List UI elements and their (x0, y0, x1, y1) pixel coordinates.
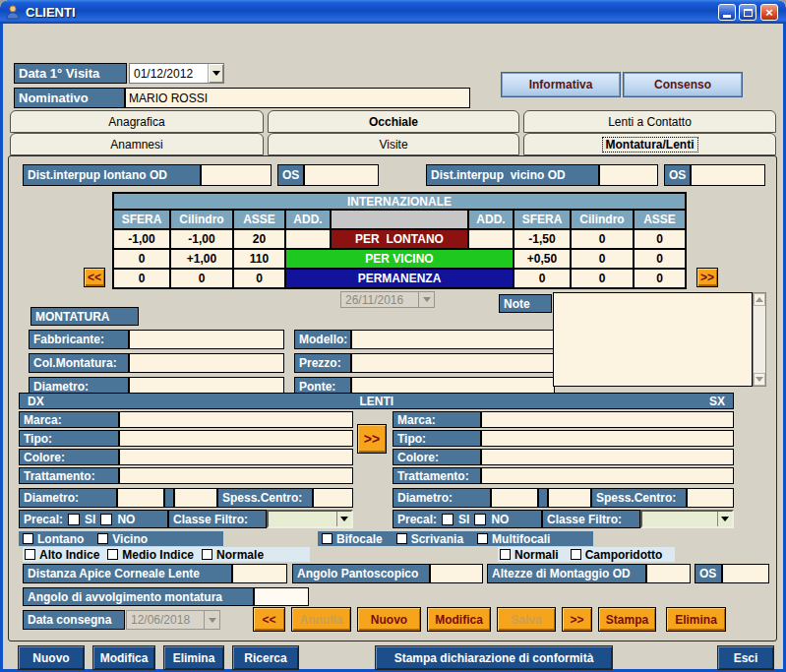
nuovo-record-button[interactable]: Nuovo (357, 607, 421, 632)
consenso-button[interactable]: Consenso (624, 73, 742, 96)
close-button[interactable]: × (760, 4, 778, 21)
scroll-up-button[interactable] (754, 293, 765, 306)
rx-cell[interactable]: 0 (635, 270, 685, 287)
rx-cell[interactable]: 0 (234, 270, 284, 287)
rx-cell[interactable]: -1,00 (171, 230, 232, 248)
angolo-avvolgimento-field[interactable] (254, 587, 309, 606)
nuovo-button[interactable]: Nuovo (18, 645, 85, 670)
annulla-button[interactable]: Annulla (291, 607, 351, 632)
precal-no-dx-checkbox[interactable] (100, 514, 112, 525)
trattamento-dx-field[interactable] (119, 467, 353, 484)
rx-cell[interactable]: 0 (572, 270, 633, 287)
rx-cell[interactable]: 0 (114, 250, 169, 268)
elimina-button[interactable]: Elimina (163, 645, 224, 670)
camporidotto-checkbox[interactable] (571, 549, 581, 560)
rx-cell[interactable]: +0,50 (514, 250, 570, 268)
rx-cell[interactable]: 0 (171, 270, 232, 287)
rx-cell[interactable]: 0 (572, 250, 633, 268)
vicino-checkbox[interactable] (97, 533, 108, 544)
trattamento-sx-field[interactable] (481, 467, 734, 484)
maximize-button[interactable] (739, 4, 756, 21)
tab-visite[interactable]: Visite (268, 133, 519, 155)
classe-filtro-sx-select[interactable] (640, 510, 734, 528)
altezze-od-field[interactable] (646, 564, 691, 583)
distanza-apice-field[interactable] (232, 564, 287, 583)
marca-sx-field[interactable] (481, 411, 734, 428)
rx-cell[interactable]: 0 (114, 270, 169, 287)
rx-cell[interactable]: 0 (514, 270, 570, 287)
modifica-record-button[interactable]: Modifica (427, 607, 491, 632)
tab-anamnesi[interactable]: Anamnesi (10, 133, 264, 155)
prescription-date-select[interactable]: 26/11/2016 (340, 291, 435, 308)
rx-cell[interactable]: +1,00 (171, 250, 232, 268)
lontano-checkbox[interactable] (23, 533, 33, 544)
informativa-button[interactable]: Informativa (502, 73, 620, 96)
rx-cell[interactable]: -1,50 (514, 230, 570, 248)
tab-anagrafica[interactable]: Anagrafica (10, 110, 264, 133)
scroll-down-button[interactable] (754, 373, 765, 386)
esci-button[interactable]: Esci (717, 645, 774, 670)
precal-no-sx-checkbox[interactable] (474, 514, 486, 525)
tab-occhiale[interactable]: Occhiale (268, 110, 519, 133)
elimina-record-button[interactable]: Elimina (666, 607, 726, 632)
spess-centro-dx-field[interactable] (313, 488, 353, 508)
note-scrollbar[interactable] (753, 292, 766, 387)
data-prima-visita-select[interactable]: 01/12/2012 (129, 63, 224, 84)
diametro-dx-field1[interactable] (117, 488, 164, 508)
colore-sx-field[interactable] (481, 449, 734, 465)
rx-cell[interactable]: 0 (635, 230, 685, 248)
diametro-sx-field2[interactable] (548, 488, 591, 508)
colore-dx-field[interactable] (119, 449, 353, 465)
rx-cell[interactable]: 0 (572, 230, 633, 248)
normali-checkbox[interactable] (500, 549, 511, 560)
tab-montatura-lenti[interactable]: Montatura/Lenti (523, 133, 776, 155)
dist-interpup-lontano-os-field[interactable] (304, 164, 379, 186)
classe-filtro-dx-select[interactable] (267, 510, 353, 528)
rx-cell[interactable]: -1,00 (114, 230, 169, 248)
dist-interpup-vicino-os-field[interactable] (691, 164, 765, 186)
dropdown-arrow-icon[interactable] (336, 512, 351, 526)
dropdown-arrow-icon[interactable] (208, 64, 223, 83)
scrivania-checkbox[interactable] (396, 533, 407, 544)
record-next-button[interactable]: >> (562, 607, 592, 632)
rx-cell[interactable]: 0 (635, 250, 685, 268)
prescription-prev-button[interactable]: << (84, 268, 105, 287)
precal-si-sx-checkbox[interactable] (442, 514, 453, 525)
spess-centro-sx-field[interactable] (687, 488, 734, 508)
angolo-pantoscopico-field[interactable] (430, 564, 483, 583)
record-prev-button[interactable]: << (253, 607, 285, 632)
precal-si-dx-checkbox[interactable] (68, 514, 80, 525)
dist-interpup-lontano-od-field[interactable] (201, 164, 272, 186)
tipo-sx-field[interactable] (481, 430, 734, 447)
prescription-next-button[interactable]: >> (696, 268, 718, 287)
rx-cell[interactable] (286, 230, 330, 248)
rx-cell[interactable]: 20 (234, 230, 284, 248)
nominativo-field[interactable]: MARIO ROSSI (125, 88, 470, 108)
normale-checkbox[interactable] (202, 549, 212, 560)
dropdown-arrow-icon[interactable] (717, 512, 732, 526)
copy-dx-to-sx-button[interactable]: >> (357, 424, 387, 454)
tab-lenti-a-contatto[interactable]: Lenti a Contatto (523, 110, 776, 133)
ricerca-button[interactable]: Ricerca (232, 645, 299, 670)
multifocali-checkbox[interactable] (477, 533, 488, 544)
data-consegna-select[interactable]: 12/06/2018 (126, 610, 220, 630)
diametro-dx-field2[interactable] (174, 488, 217, 508)
tipo-dx-field[interactable] (119, 430, 353, 447)
marca-dx-field[interactable] (119, 411, 353, 428)
dist-interpup-vicino-od-field[interactable] (599, 164, 658, 186)
salva-button[interactable]: Salva (497, 607, 556, 632)
alto-indice-checkbox[interactable] (25, 549, 35, 560)
note-textarea[interactable] (553, 292, 753, 387)
stampa-button[interactable]: Stampa (598, 607, 656, 632)
diametro-sx-field1[interactable] (491, 488, 538, 508)
medio-indice-checkbox[interactable] (107, 549, 118, 560)
rx-cell[interactable]: 110 (234, 250, 284, 268)
modifica-button[interactable]: Modifica (92, 645, 155, 670)
minimize-button[interactable] (718, 4, 736, 21)
altezze-os-field[interactable] (722, 564, 769, 583)
bifocale-checkbox[interactable] (322, 533, 333, 544)
col-montatura-field[interactable] (129, 353, 284, 373)
fabbricante-field[interactable] (129, 330, 284, 349)
prezzo-field[interactable] (351, 353, 555, 373)
stampa-conformita-button[interactable]: Stampa dichiarazione di conformità (375, 645, 613, 670)
